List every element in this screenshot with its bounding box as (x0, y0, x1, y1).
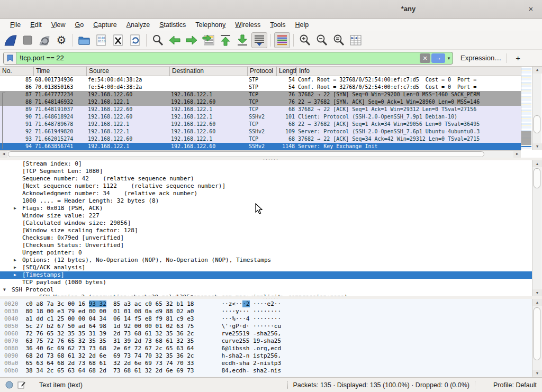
save-file-button[interactable]: 01010110 (93, 32, 109, 48)
detail-row[interactable]: ▶[SEQ/ACK analysis] (0, 264, 532, 271)
stop-capture-button[interactable] (20, 32, 35, 48)
detail-row[interactable]: TCP payload (1080 bytes) (0, 279, 532, 286)
profile-selector[interactable]: Profile: Default (493, 381, 537, 389)
hex-row[interactable]: 003080 18 00 e3 79 ed 00 00 01 01 08 0a … (0, 308, 532, 315)
packet-row[interactable]: 8670.013850163fe:54:00:d4:38:2aSTP54Conf… (0, 84, 521, 91)
zoom-original-button[interactable] (331, 32, 347, 48)
hex-row[interactable]: 0040a1 dd c1 25 00 00 04 34 06 14 f5 e8 … (0, 315, 532, 323)
packet-row[interactable]: 8568.001734936fe:54:00:d4:38:2aSTP54Conf… (0, 76, 521, 84)
column-header-source[interactable]: Source (87, 67, 170, 76)
capture-comment-button[interactable] (17, 381, 25, 389)
find-packet-button[interactable] (150, 32, 166, 48)
packet-row[interactable]: 8971.648191037192.168.122.60192.168.122.… (0, 106, 521, 113)
expression-button[interactable]: Expression… (460, 54, 501, 62)
detail-row[interactable]: Sequence number: 42 (relative sequence n… (0, 175, 532, 183)
packet-row[interactable]: 9171.648789678192.168.122.1192.168.122.6… (0, 121, 521, 128)
column-header-destination[interactable]: Destination (170, 67, 248, 76)
details-vscrollbar[interactable]: ▲ ▼ (532, 160, 541, 296)
detail-row[interactable]: ▶Options: (12 bytes), No-Operation (NOP)… (0, 257, 532, 264)
go-back-button[interactable] (167, 32, 183, 48)
column-header-protocol[interactable]: Protocol (248, 67, 277, 76)
packet-row[interactable]: 8771.647777234192.168.122.60192.168.122.… (0, 91, 521, 98)
go-last-packet-button[interactable] (234, 32, 250, 48)
close-window-button[interactable]: × (526, 4, 536, 14)
restart-capture-button[interactable] (37, 32, 52, 48)
scrollbar-thumb[interactable] (534, 307, 540, 360)
filter-apply-button[interactable]: → (431, 53, 445, 63)
capture-options-button[interactable]: ⚙ (53, 32, 69, 48)
menu-analyze[interactable]: Analyze (122, 20, 155, 30)
detail-row[interactable]: Window size value: 227 (0, 212, 532, 220)
filter-history-caret[interactable]: ▾ (445, 56, 453, 61)
go-first-packet-button[interactable] (218, 32, 233, 48)
open-file-button[interactable] (76, 32, 92, 48)
scroll-up-arrow[interactable]: ▲ (532, 160, 542, 167)
zoom-in-button[interactable] (297, 32, 313, 48)
hex-row[interactable]: 007063 75 72 76 65 32 35 35 31 39 2d 73 … (0, 338, 532, 345)
detail-row[interactable]: ▶Flags: 0x018 (PSH, ACK) (0, 205, 532, 212)
detail-row[interactable]: ▼SSH Protocol (0, 286, 532, 294)
menu-telephony[interactable]: Telephony (191, 20, 230, 30)
detail-row[interactable]: [Calculated window size: 29056] (0, 220, 532, 227)
packet-row[interactable]: 8871.648146932192.168.122.1192.168.122.6… (0, 98, 521, 106)
packet-row[interactable]: 9371.662015274192.168.122.60192.168.122.… (0, 135, 521, 143)
packet-row-selected[interactable]: 9471.663856741192.168.122.1192.168.122.6… (0, 143, 521, 150)
scroll-down-arrow[interactable]: ▼ (532, 370, 542, 377)
zoom-out-button[interactable] (314, 32, 330, 48)
packet-list-hscrollbar[interactable]: ◀ ▶ (0, 150, 521, 158)
menu-help[interactable]: Help (290, 20, 313, 30)
scroll-down-arrow[interactable]: ▼ (532, 289, 542, 296)
intelligent-scrollbar-minimap[interactable] (521, 67, 531, 150)
menu-wireless[interactable]: Wireless (230, 20, 265, 30)
go-to-packet-button[interactable] (201, 32, 216, 48)
reload-file-button[interactable] (127, 32, 143, 48)
column-header-info[interactable]: Info (297, 67, 521, 76)
hex-row[interactable]: 00a065 63 64 68 2d 73 68 61 32 2d 6e 69 … (0, 360, 532, 367)
detail-row[interactable]: Checksum: 0x79ed [unverified] (0, 234, 532, 242)
packet-row[interactable]: 9271.661949820192.168.122.1192.168.122.6… (0, 128, 521, 135)
scroll-left-arrow[interactable]: ◀ (0, 151, 7, 158)
scroll-up-arrow[interactable]: ▲ (532, 67, 542, 74)
auto-scroll-button[interactable] (251, 32, 267, 48)
menu-edit[interactable]: Edit (25, 20, 47, 30)
detail-row[interactable]: Urgent pointer: 0 (0, 249, 532, 257)
detail-row[interactable]: [Window size scaling factor: 128] (0, 227, 532, 234)
menu-capture[interactable]: Capture (88, 20, 121, 30)
start-capture-button[interactable] (3, 32, 19, 48)
menu-statistics[interactable]: Statistics (155, 20, 191, 30)
detail-row-selected[interactable]: ▶[Timestamps] (0, 271, 532, 279)
detail-row[interactable]: Acknowledgment number: 34 (relative ack … (0, 190, 532, 197)
scroll-up-arrow[interactable]: ▲ (532, 299, 542, 306)
packet-row[interactable]: 9071.648618924192.168.122.60192.168.122.… (0, 113, 521, 121)
detail-row[interactable]: [Stream index: 0] (0, 160, 532, 168)
expert-info-button[interactable] (5, 381, 13, 389)
display-filter-input[interactable]: !tcp.port == 22 (16, 54, 420, 62)
scroll-right-arrow[interactable]: ▶ (513, 151, 521, 158)
hex-row[interactable]: 009068 2d 73 68 61 32 2d 6e 69 73 74 70 … (0, 352, 532, 360)
scrollbar-thumb[interactable] (534, 115, 540, 133)
menu-go[interactable]: Go (70, 20, 89, 30)
bytes-vscrollbar[interactable]: ▲ ▼ (532, 299, 541, 377)
detail-row[interactable]: [Next sequence number: 1122 (relative se… (0, 183, 532, 190)
detail-row[interactable]: 1000 .... = Header Length: 32 bytes (8) (0, 197, 532, 205)
column-header-time[interactable]: Time (34, 67, 87, 76)
column-header-no[interactable]: No. (0, 67, 34, 76)
scrollbar-thumb[interactable] (8, 151, 484, 157)
hex-row[interactable]: 008036 40 6c 69 62 73 73 68 2e 6f 72 67 … (0, 345, 532, 352)
packet-bytes-pane[interactable]: 0020c0 a8 7a 3c 00 16 93 32 85 a3 ac c0 … (0, 299, 532, 377)
close-file-button[interactable] (110, 32, 126, 48)
menu-view[interactable]: View (47, 20, 70, 30)
filter-clear-button[interactable]: ✕ (420, 53, 430, 63)
detail-row[interactable]: [TCP Segment Len: 1080] (0, 168, 532, 175)
resize-columns-button[interactable] (348, 32, 364, 48)
go-forward-button[interactable] (184, 32, 200, 48)
scrollbar-thumb[interactable] (534, 168, 540, 188)
filter-bookmark-button[interactable] (4, 52, 16, 65)
colorize-packets-button[interactable] (274, 32, 290, 48)
menu-file[interactable]: File (5, 20, 25, 30)
hex-row[interactable]: 0020c0 a8 7a 3c 00 16 93 32 85 a3 ac c0 … (0, 300, 532, 308)
detail-row[interactable]: [Checksum Status: Unverified] (0, 242, 532, 249)
hex-row[interactable]: 00505c 27 b2 67 50 ad 64 98 1d 92 00 00 … (0, 323, 532, 330)
packet-list-vscrollbar[interactable]: ▲ ▼ (532, 67, 541, 150)
column-header-length[interactable]: Length (277, 67, 297, 76)
